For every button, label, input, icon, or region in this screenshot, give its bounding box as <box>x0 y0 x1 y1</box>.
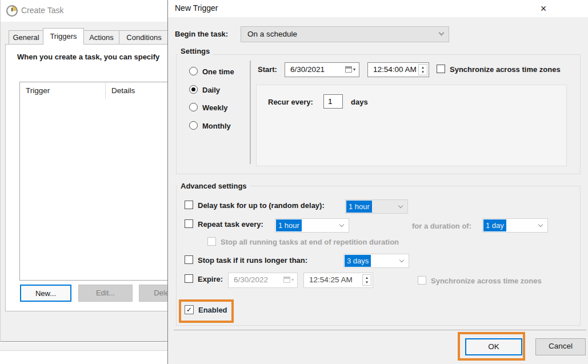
start-time-value: 12:54:00 AM <box>373 65 417 74</box>
delay-task-label: Delay task for up to (random delay): <box>198 201 325 210</box>
duration-value: 1 day <box>483 219 506 231</box>
triggers-tab-panel: When you create a task, you can specify … <box>5 44 168 311</box>
new-trigger-title: New Trigger <box>175 3 218 13</box>
expire-date-value: 6/30/2022 <box>234 275 268 284</box>
radio-daily[interactable] <box>189 85 198 94</box>
recur-every-label: Recur every: <box>268 98 313 106</box>
settings-divider <box>250 61 251 164</box>
window-bottom-edge <box>0 342 168 351</box>
tab-triggers[interactable]: Triggers <box>43 28 84 45</box>
expire-time-spinner[interactable]: 12:54:25 AM ▲ ▼ <box>303 273 373 288</box>
delete-trigger-button[interactable]: Delete <box>139 285 168 302</box>
radio-weekly-label: Weekly <box>202 103 228 112</box>
stop-task-longer-checkbox[interactable] <box>185 255 193 264</box>
create-task-titlebar: Create Task <box>1 0 168 22</box>
radio-weekly[interactable] <box>189 103 198 111</box>
stop-all-tasks-label: Stop all running tasks at end of repetit… <box>221 238 399 246</box>
new-trigger-titlebar: New Trigger × <box>168 0 588 17</box>
radio-monthly-label: Monthly <box>202 122 231 130</box>
time-spinner-icon[interactable]: ▲ ▼ <box>418 64 427 75</box>
calendar-icon: ▾ <box>283 277 294 283</box>
delay-task-value: 1 hour <box>346 201 372 213</box>
stop-task-longer-value: 3 days <box>345 255 371 267</box>
repeat-task-label: Repeat task every: <box>198 220 263 229</box>
edit-trigger-button[interactable]: Edit... <box>78 285 133 302</box>
new-trigger-dialog: New Trigger × Begin the task: On a sched… <box>167 0 588 364</box>
start-date-value: 6/30/2021 <box>290 65 325 74</box>
create-task-window-title: Create Task <box>21 6 63 15</box>
close-icon[interactable]: × <box>536 1 551 16</box>
enabled-checkbox[interactable]: ✓ <box>185 305 194 314</box>
settings-group-label: Settings <box>178 47 213 55</box>
chevron-down-icon <box>538 222 543 227</box>
column-divider <box>105 83 106 99</box>
expire-date-picker[interactable]: 6/30/2022 ▾ <box>228 273 298 288</box>
radio-one-time[interactable] <box>189 67 198 75</box>
repeat-task-dropdown[interactable]: 1 hour <box>275 218 349 233</box>
triggers-intro-text: When you create a task, you can specify <box>17 53 159 61</box>
expire-label: Expire: <box>198 275 223 283</box>
ok-button[interactable]: OK <box>465 338 522 355</box>
sync-timezones-checkbox[interactable] <box>437 65 445 73</box>
time-spinner-icon[interactable]: ▲ ▼ <box>362 274 371 286</box>
start-date-picker[interactable]: 6/30/2021 ▾ <box>285 62 359 77</box>
advanced-settings-label: Advanced settings <box>178 182 250 190</box>
begin-task-value: On a schedule <box>247 30 297 38</box>
chevron-down-icon <box>439 30 445 36</box>
tab-actions[interactable]: Actions <box>83 30 119 44</box>
footer-divider <box>174 330 586 330</box>
daily-options-panel <box>256 85 567 166</box>
repeat-task-checkbox[interactable] <box>185 219 193 228</box>
radio-monthly[interactable] <box>189 121 198 130</box>
recur-unit-label: days <box>351 98 368 106</box>
create-task-window: Create Task General Triggers Actions Con… <box>0 0 168 342</box>
stop-task-longer-label: Stop task if it runs longer than: <box>198 256 307 265</box>
calendar-icon[interactable]: ▾ <box>345 66 355 73</box>
delay-task-dropdown[interactable]: 1 hour <box>345 199 408 214</box>
duration-label: for a duration of: <box>412 222 471 230</box>
chevron-down-icon <box>339 222 344 227</box>
stop-all-tasks-checkbox[interactable] <box>207 237 216 246</box>
duration-dropdown[interactable]: 1 day <box>482 218 548 233</box>
sync-timezones-label: Synchronize across time zones <box>450 65 561 74</box>
stop-task-longer-dropdown[interactable]: 3 days <box>343 254 409 268</box>
chevron-down-icon <box>398 203 403 208</box>
start-time-spinner[interactable]: 12:54:00 AM ▲ ▼ <box>367 62 429 77</box>
radio-daily-label: Daily <box>202 86 220 94</box>
sync-timezones-expire-checkbox[interactable] <box>418 276 426 285</box>
tab-general[interactable]: General <box>9 30 43 44</box>
chevron-down-icon <box>399 258 404 262</box>
recur-every-input[interactable] <box>323 94 343 109</box>
column-header-trigger[interactable]: Trigger <box>26 86 50 95</box>
begin-task-dropdown[interactable]: On a schedule <box>241 26 449 42</box>
cancel-button[interactable]: Cancel <box>535 338 586 355</box>
new-trigger-button[interactable]: New... <box>20 285 71 302</box>
radio-one-time-label: One time <box>202 67 234 76</box>
tab-conditions[interactable]: Conditions <box>119 30 168 44</box>
triggers-list[interactable]: Trigger Details <box>19 82 168 281</box>
delay-task-checkbox[interactable] <box>185 201 193 209</box>
expire-time-value: 12:54:25 AM <box>309 275 353 284</box>
repeat-task-value: 1 hour <box>276 219 302 231</box>
begin-task-label: Begin the task: <box>175 30 228 38</box>
task-scheduler-clock-icon <box>6 5 18 17</box>
column-header-details[interactable]: Details <box>111 86 135 95</box>
expire-checkbox[interactable] <box>185 274 193 283</box>
sync-timezones-expire-label: Synchronize across time zones <box>431 277 542 285</box>
enabled-label: Enabled <box>198 306 227 314</box>
start-label: Start: <box>258 65 277 74</box>
